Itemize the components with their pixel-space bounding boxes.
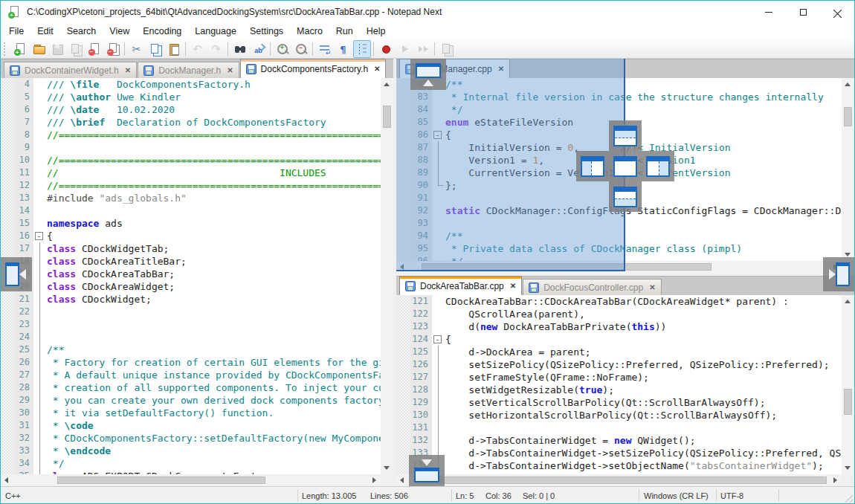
menu-edit[interactable]: Edit [30,23,60,39]
scrollbar-arrow-down[interactable] [384,466,390,470]
editor-dock-components-factory[interactable]: 4/// \file DockComponentsFactory.h5/// \… [1,78,381,474]
scrollbar-arrow-down[interactable] [845,253,851,256]
save-icon [405,281,416,291]
scrollbar-arrow-left[interactable] [4,477,8,483]
scrollbar-arrow-left[interactable] [400,477,404,483]
toolbar-save-all-button[interactable] [67,40,85,58]
bottom-right-horizontal-scrollbar[interactable] [396,474,842,486]
line-number: 8 [14,129,33,141]
scrollbar-arrow-up[interactable] [845,83,851,86]
close-button[interactable] [820,1,854,23]
close-tab-icon[interactable]: ✕ [649,283,655,291]
auto-hide-indicator-top[interactable] [410,59,446,90]
editor-dock-area-tab-bar[interactable]: 121CDockAreaTabBar::CDockAreaTabBar(CDoc… [396,295,842,474]
arrow-right-icon [829,269,836,280]
close-tab-icon[interactable]: ✕ [374,65,380,73]
code-line: 5/// \author Uwe Kindler [1,91,381,103]
toolbar-zoom-out-button[interactable] [292,40,310,58]
toolbar-cut-button[interactable] [128,40,146,58]
drop-indicator-center[interactable] [609,151,642,181]
scrollbar-arrow-up[interactable] [384,83,390,86]
scrollbar-arrow-up[interactable] [845,300,851,303]
menu-run[interactable]: Run [329,23,360,39]
line-number: 25 [14,343,33,356]
maximize-button[interactable] [786,1,820,23]
top-right-vertical-scrollbar[interactable] [842,78,854,261]
tab-dockfocuscontroller-cpp[interactable]: DockFocusController.cpp✕ [523,279,661,295]
auto-hide-indicator-left[interactable] [1,257,32,291]
scrollbar-thumb[interactable] [844,107,852,126]
toolbar-indentation-guides-button[interactable] [353,40,371,58]
menu-search[interactable]: Search [60,23,103,39]
menu-language[interactable]: Language [188,23,243,39]
close-tab-icon[interactable]: ✕ [125,66,131,74]
toolbar-macro-play-button[interactable] [396,40,413,58]
toolbar [1,39,854,59]
tab-dockmanager-h[interactable]: DockManager.h✕ [138,62,239,78]
toolbar-undo-button[interactable] [189,40,207,58]
line-number: 123 [410,320,432,333]
fold-guide-line [39,255,40,268]
toolbar-save-button[interactable] [48,40,66,58]
line-number: 15 [14,217,33,230]
toolbar-grip[interactable] [4,42,7,56]
toolbar-clone-document-button[interactable] [438,40,456,58]
toolbar-close-file-button[interactable] [86,40,103,58]
drop-indicator-bottom[interactable] [609,181,642,212]
toolbar-zoom-in-button[interactable] [274,40,291,58]
fold-guide-line [438,371,439,384]
code-line: 133 d->TabsContainerWidget->setSizePolic… [396,447,842,459]
scrollbar-arrow-right[interactable] [833,477,837,483]
auto-hide-indicator-bottom[interactable] [409,455,445,486]
toolbar-macro-run-multiple-button[interactable] [414,40,432,58]
minimize-button[interactable] [752,1,786,23]
code-line: 32 * CDockComponentsFactory::setDefaultF… [1,432,381,445]
toolbar-new-file-button[interactable] [11,40,29,58]
menu-macro[interactable]: Macro [290,23,329,39]
drop-indicator-right[interactable] [642,151,674,181]
drop-indicator-left[interactable] [576,151,609,181]
fold-margin [33,457,47,470]
toolbar-replace-button[interactable] [250,40,268,58]
toolbar-macro-record-button[interactable] [377,40,395,58]
tab-dockareatabbar-cpp[interactable]: DockAreaTabBar.cpp✕ [399,276,522,295]
fold-margin [432,320,445,333]
line-number: 6 [14,103,33,116]
resize-grip[interactable] [843,493,853,503]
scrollbar-thumb[interactable] [418,476,827,484]
left-editor-horizontal-scrollbar[interactable] [1,474,381,486]
status-eol: Windows (CR LF) [644,491,709,500]
menu-settings[interactable]: Settings [243,23,290,39]
close-tab-icon[interactable]: ✕ [227,66,233,74]
menu-file[interactable]: File [2,23,30,39]
tab-dockcontainerwidget-h[interactable]: DockContainerWidget.h✕ [4,62,137,78]
toolbar-paste-button[interactable] [165,40,183,58]
drop-indicator-top[interactable] [609,120,642,151]
toolbar-close-all-button[interactable] [104,40,122,58]
menu-view[interactable]: View [103,23,136,39]
scrollbar-thumb[interactable] [57,476,265,484]
dock-center-icon [613,156,637,177]
toolbar-copy-button[interactable] [146,40,164,58]
code-line: 129 setVerticalScrollBarPolicy(Qt::Scrol… [396,396,842,409]
fold-marker[interactable]: - [433,335,442,343]
menu-help[interactable]: Help [360,23,393,39]
bottom-right-vertical-scrollbar[interactable] [842,295,854,474]
tab-label: DockComponentsFactory.h [261,64,369,74]
scrollbar-thumb[interactable] [383,106,391,128]
scrollbar-arrow-right[interactable] [372,477,376,483]
close-tab-icon[interactable]: ✕ [510,282,516,290]
toolbar-open-file-button[interactable] [30,40,48,58]
scrollbar-thumb[interactable] [844,389,852,415]
menu-encoding[interactable]: Encoding [136,23,188,39]
toolbar-word-wrap-button[interactable] [316,40,334,58]
line-number: 22 [14,306,33,318]
fold-marker[interactable]: - [35,232,43,240]
left-editor-vertical-scrollbar[interactable] [381,78,393,474]
toolbar-redo-button[interactable] [207,40,225,58]
toolbar-show-all-characters-button[interactable] [335,40,352,58]
scrollbar-arrow-down[interactable] [845,466,851,470]
auto-hide-indicator-right[interactable] [823,257,854,291]
toolbar-find-button[interactable] [231,40,249,58]
tab-dockcomponentsfactory-h[interactable]: DockComponentsFactory.h✕ [240,59,387,78]
